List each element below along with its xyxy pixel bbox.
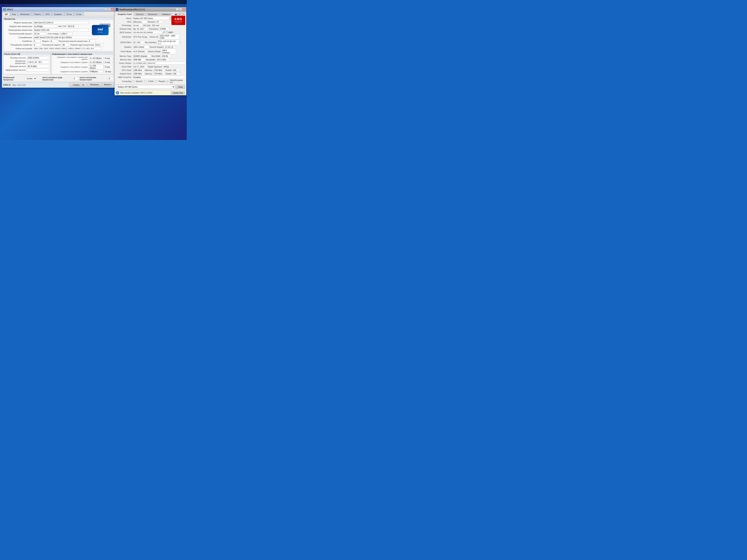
- directcompute-checkbox[interactable]: [166, 80, 169, 82]
- gpuz-tab-sensors[interactable]: Sensors: [134, 12, 146, 16]
- gpuz-tab-validation[interactable]: Validation: [159, 12, 173, 16]
- service-label: Сервис: [71, 83, 81, 86]
- gpu-shaders-value: 2304 Unified: [132, 46, 149, 49]
- gpu-clock-label: GPU Clock: [115, 69, 132, 71]
- gpu-mem-clock-value: 1750 MHz: [153, 69, 165, 72]
- uefi-label: UEFI: [169, 31, 173, 33]
- codename-value: Ivy Bridge: [33, 25, 57, 28]
- tab-memory[interactable]: Память: [32, 12, 43, 16]
- gpu-clock-row: GPU Clock 1386 MHz Memory 1750 MHz Shade…: [115, 69, 185, 72]
- cpuz-titlebar: Z CPU-Z _ □ ×: [2, 7, 115, 12]
- tab-cpu[interactable]: ЦП: [3, 12, 10, 16]
- cache-label-3: Сведения о кэш-памяти 3 уровня: [53, 71, 89, 73]
- bus-info-icon[interactable]: ?: [180, 41, 181, 44]
- gpuz-close-button[interactable]: Close: [176, 85, 185, 88]
- gpu-memtype-label: Memory Type: [115, 55, 132, 57]
- stepping-label: Внутренняя версия процессора: [59, 40, 87, 42]
- gpuz-titlebar: G TechPowerUp GPU-Z 2.7.0 _ □ ×: [115, 7, 186, 12]
- tab-spd[interactable]: SPD: [43, 12, 52, 16]
- bios-link-icon[interactable]: 🔗: [163, 31, 165, 33]
- gpu-rops-row: ROPs/TMUs 32 / 144 Bus Interface PCIe x1…: [115, 40, 185, 45]
- spec-row: Спецификация Intel® Xeon® CPU E3-1240 V2…: [4, 36, 112, 39]
- gpu-release-value: Apr 18, 2017: [132, 27, 148, 30]
- update-text: New version available: GPU-Z 2.59.0: [120, 92, 170, 94]
- gpuz-tab-advanced[interactable]: Advanced: [146, 12, 159, 16]
- bus-row: Внешняя частота 99.76 MHz: [4, 64, 49, 68]
- cache-size-3: 8 MBytes: [89, 70, 104, 73]
- intel-inside-text: inside: [98, 31, 103, 33]
- selector-label: Выбранный процессор:: [3, 76, 24, 81]
- extmodel-value: 3A: [61, 43, 69, 46]
- processor-section: Процессор intel inside Xeon Модель проце…: [3, 18, 113, 52]
- computing-checkboxes: OpenCL CUDA PhysaX DirectCompute 5.0: [132, 79, 185, 83]
- maxtdp-label: Max TDP: [58, 25, 67, 27]
- close-cpuz-button[interactable]: Закрыть: [102, 83, 113, 87]
- tab-cache[interactable]: Кэш: [10, 12, 18, 16]
- gpu-default-clock-value: 1386 MHz: [132, 72, 144, 75]
- logical-cores-label: число логических процессоров: [80, 76, 107, 81]
- cache-assoc-2: 8-way: [104, 65, 112, 68]
- update-now-button[interactable]: Update Now: [171, 91, 185, 95]
- physax-checkbox[interactable]: [155, 80, 157, 82]
- gpuz-title: TechPowerUp GPU-Z 2.7.0: [119, 8, 145, 10]
- cpuz-title: CPU-Z: [7, 8, 13, 10]
- tab-about[interactable]: О нас: [74, 12, 83, 16]
- cpuz-maximize-button[interactable]: □: [108, 8, 111, 11]
- tab-mainboard[interactable]: Mainboard: [18, 12, 32, 16]
- default-shader-clock-value: N/A: [172, 72, 180, 75]
- gpu-rops-value: 32 / 144: [132, 41, 144, 44]
- cache-section: Информация о кэш-памяти процессора Сведе…: [51, 53, 113, 75]
- gpu-driver-date-label: Driver Date: [115, 65, 132, 68]
- clocks-section-title: Clocks (Core #0): [3, 53, 50, 55]
- corevolt-label: Core Voltage: [48, 33, 59, 35]
- instructions-label: Набор инструкций: [4, 47, 33, 50]
- intel-text: intel: [98, 27, 103, 31]
- gpu-clock-value: 1386 MHz: [132, 69, 144, 72]
- gpuz-maximize-button[interactable]: □: [179, 8, 182, 11]
- effective-row: Эффективная частота: [4, 68, 49, 72]
- check-button[interactable]: Проверка: [87, 83, 101, 87]
- cpuz-close-button[interactable]: ×: [111, 8, 114, 11]
- family-row: Семейство 6 Модель A Внутренняя версия п…: [4, 39, 112, 43]
- service-dropdown-arrow[interactable]: ▼: [81, 83, 85, 86]
- gpuz-tab-graphics-card[interactable]: Graphics Card: [115, 12, 134, 16]
- gpu-selector[interactable]: Radeon RX 580 Series: [116, 85, 175, 89]
- effective-value: [27, 69, 49, 72]
- extmodel-label: Расширение модели: [42, 44, 61, 46]
- stepping-value: 9: [88, 39, 96, 43]
- cpuz-minimize-button[interactable]: _: [104, 8, 107, 11]
- gpu-release-label: Release Date: [115, 28, 132, 30]
- gpu-pixel-row: Pixel Fillrate 44.4 GPixel/s Texture Fil…: [115, 49, 185, 54]
- gpuz-minimize-button[interactable]: _: [176, 8, 179, 11]
- uefi-check: UEFI: [166, 31, 173, 33]
- cpuz-window: Z CPU-Z _ □ × ЦП Кэш Mainboard Память SP…: [2, 7, 115, 88]
- model-row: Модель процессора Intel Xeon E3 1240 v2: [4, 21, 112, 24]
- gpuz-menu-button[interactable]: ≡: [182, 12, 185, 16]
- cache-section-title: Информация о кэш-памяти процессора: [52, 53, 113, 55]
- multiplier-row: Множитель процессора x 16.0 ( 16 - 38 ): [4, 60, 49, 64]
- gpu-release-row: Release Date Apr 18, 2017 Transistors 57…: [115, 27, 185, 30]
- tab-tests[interactable]: Тесты: [64, 12, 74, 16]
- amd-logo: AMD RADEON GRAPHICS: [171, 16, 185, 25]
- spec-value: Intel® Xeon® CPU E3-1240 V2 @ 3.40GHz: [33, 36, 98, 39]
- bandwidth-value: 224.0 GB/s: [156, 58, 170, 61]
- cache-row-0: Сведения о кэш-памяти 1 уровня для данны…: [53, 56, 112, 60]
- bus-interface-label: Bus Interface: [145, 41, 157, 44]
- gpu-bios-row: BIOS Version 015.050.002.001.000000 🔗 UE…: [115, 31, 185, 34]
- digital-sig-label: Digital Signature: [148, 65, 162, 68]
- gpu-pixel-value: 44.4 GPixel/s: [132, 50, 147, 53]
- processor-selector[interactable]: Socket: [25, 77, 37, 80]
- gpu-subvendor-value: XFX Pine Group: [132, 35, 149, 38]
- uefi-checkbox[interactable]: [166, 31, 168, 33]
- tab-graphics[interactable]: Графика: [52, 12, 64, 16]
- gpu-crossfire-value: Disabled: [132, 76, 185, 79]
- family-label: Семейство: [4, 40, 33, 42]
- cuda-checkbox[interactable]: [145, 80, 147, 82]
- service-button[interactable]: Сервис ▼: [69, 83, 87, 87]
- opencl-checkbox[interactable]: [132, 80, 134, 82]
- gpuz-camera-button[interactable]: 📷: [174, 12, 178, 16]
- spec-label: Спецификация: [4, 36, 33, 38]
- gpuz-close-button[interactable]: ×: [182, 8, 185, 11]
- gpuz-refresh-button[interactable]: ↺: [178, 12, 181, 16]
- gpu-crossfire-label: AMD CrossFire: [115, 76, 132, 78]
